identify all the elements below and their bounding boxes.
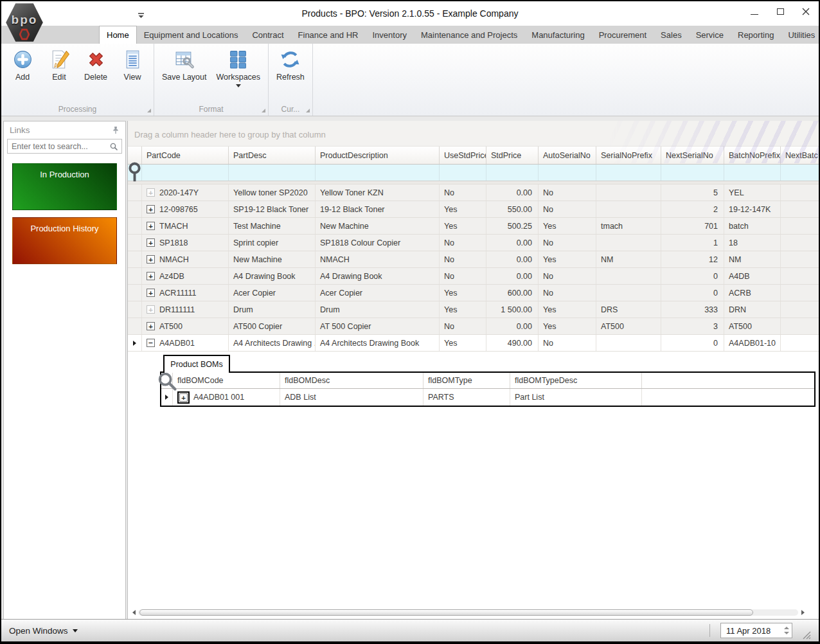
column-header-serialnoprefix[interactable]: SerialNoPrefix [596, 147, 661, 164]
tab-finance-and-hr[interactable]: Finance and HR [291, 26, 366, 44]
tab-product-boms[interactable]: Product BOMs [163, 355, 230, 373]
scroll-right-icon[interactable] [799, 609, 806, 616]
cell-stdprice: 0.00 [486, 268, 539, 284]
cell-autoserialno: Yes [539, 318, 596, 334]
ribbon-button-add[interactable]: Add [6, 48, 39, 83]
column-header-productdescription[interactable]: ProductDescription [316, 147, 440, 164]
tab-reporting[interactable]: Reporting [731, 26, 781, 44]
group-by-panel[interactable]: Drag a column header here to group by th… [128, 121, 819, 147]
spinner-up-icon[interactable] [784, 627, 789, 629]
table-row[interactable]: +2020-147YYellow toner SP2020Yellow Tone… [128, 184, 819, 201]
bom-column-header-fldbomtypedesc[interactable]: fldBOMTypeDesc [510, 373, 642, 388]
cell-partcode: +NMACH [142, 251, 229, 267]
tab-sales[interactable]: Sales [654, 26, 689, 44]
expand-row-icon[interactable]: + [179, 393, 188, 402]
table-row[interactable]: +TMACHTest MachineNew MachineYes500.25Ye… [128, 218, 819, 235]
cell-serialnoprefix: AT500 [596, 318, 661, 334]
collapse-row-icon[interactable]: − [147, 339, 155, 347]
column-header-batchnoprefix[interactable]: BatchNoPrefix [724, 147, 781, 164]
column-header-nextserialno[interactable]: NextSerialNo [661, 147, 724, 164]
bom-column-header-fldbomcode[interactable]: fldBOMCode [173, 373, 280, 388]
table-row[interactable]: +12-098765SP19-12 Black Toner19-12 Black… [128, 201, 819, 218]
table-row[interactable]: +DR111111DrumDrumYes1 500.00YesDRS333DRN [128, 301, 819, 318]
ribbon-button-workspaces[interactable]: Workspaces [214, 48, 263, 89]
maximize-button[interactable] [775, 6, 785, 17]
filter-cell-nextbatchno[interactable] [781, 165, 819, 181]
cell-partcode: +2020-147Y [142, 184, 229, 201]
tab-home[interactable]: Home [99, 26, 137, 44]
part-code-text: A4ADB01 [159, 339, 195, 348]
open-windows-dropdown[interactable]: Open Windows [9, 626, 78, 636]
group-dialog-launcher-icon[interactable] [306, 109, 310, 112]
filter-cell-productdescription[interactable] [316, 165, 440, 181]
filter-cell-usestdprice[interactable] [440, 165, 486, 181]
expand-row-icon[interactable]: + [147, 255, 155, 264]
link-button-in-production[interactable]: In Production [12, 163, 117, 210]
cell-nextbatchno [781, 268, 819, 284]
date-editor[interactable]: 11 Apr 2018 [720, 623, 792, 638]
column-header-partcode[interactable]: PartCode [142, 147, 229, 164]
ribbon-button-view[interactable]: View [116, 48, 148, 83]
expand-row-icon[interactable]: + [147, 222, 155, 230]
table-row[interactable]: +AT500AT500 CopierAT 500 CopierNo0.00Yes… [128, 318, 819, 335]
column-header-stdprice[interactable]: StdPrice [486, 147, 539, 164]
minimize-button[interactable] [749, 6, 760, 17]
row-indicator [128, 235, 142, 251]
tab-contract[interactable]: Contract [245, 26, 290, 44]
filter-cell-stdprice[interactable] [486, 165, 539, 181]
expand-row-icon[interactable]: + [147, 272, 155, 280]
filter-cell-serialnoprefix[interactable] [596, 165, 661, 181]
tab-maintenance-and-projects[interactable]: Maintenance and Projects [414, 26, 524, 44]
tab-equipment-and-locations[interactable]: Equipment and Locations [137, 26, 245, 44]
pin-icon[interactable] [112, 126, 120, 134]
filter-cell-autoserialno[interactable] [539, 165, 596, 181]
bom-column-header-fldbomdesc[interactable]: fldBOMDesc [280, 373, 423, 388]
ribbon-button-edit[interactable]: Edit [43, 48, 75, 83]
focused-expand-box[interactable]: + [177, 391, 190, 404]
tab-service[interactable]: Service [689, 26, 731, 44]
ribbon-button-delete[interactable]: Delete [80, 48, 112, 83]
tab-procurement[interactable]: Procurement [592, 26, 654, 44]
filter-cell-batchnoprefix[interactable] [724, 165, 781, 181]
expand-row-icon[interactable]: + [147, 205, 155, 213]
column-header-autoserialno[interactable]: AutoSerialNo [539, 147, 596, 164]
table-row[interactable]: +NMACHNew MachineNMACHNo0.00YesNM12NM [128, 251, 819, 268]
cell-usestdprice: No [440, 184, 486, 201]
filter-cell-partdesc[interactable] [229, 165, 316, 181]
table-row[interactable]: −A4ADB01A4 Architects Drawing ...A4 Arch… [128, 335, 819, 352]
expand-row-icon[interactable]: + [147, 188, 155, 197]
scrollbar-track[interactable] [138, 609, 798, 616]
ribbon-button-save-layout[interactable]: Save Layout [159, 48, 209, 83]
expand-row-icon[interactable]: + [147, 289, 155, 297]
table-row[interactable]: +ACR11111Acer CopierAcer CopierYes600.00… [128, 285, 819, 301]
search-input[interactable] [8, 141, 109, 152]
tab-manufacturing[interactable]: Manufacturing [524, 26, 591, 44]
bom-cell-fldbomcode: +A4ADB01 001 [173, 389, 280, 406]
content: Links In ProductionProduction History Dr… [1, 116, 819, 619]
table-row[interactable]: +SP1818Sprint copierSP1818 Colour Copier… [128, 235, 819, 251]
column-header-nextbatchno[interactable]: NextBatc [781, 147, 819, 164]
filter-cell-partcode[interactable] [142, 165, 229, 181]
date-spinner[interactable] [781, 623, 792, 638]
column-header-partdesc[interactable]: PartDesc [229, 147, 316, 164]
group-dialog-launcher-icon[interactable] [147, 109, 151, 112]
tab-inventory[interactable]: Inventory [366, 26, 414, 44]
bom-column-header-fldbomtype[interactable]: fldBOMType [423, 373, 510, 388]
resize-grip-icon[interactable] [803, 631, 811, 641]
link-button-production-history[interactable]: Production History [12, 217, 117, 264]
expand-row-icon[interactable]: + [147, 305, 155, 314]
expand-row-icon[interactable]: + [147, 238, 155, 247]
close-button[interactable] [801, 6, 811, 17]
expand-row-icon[interactable]: + [147, 322, 155, 330]
table-row[interactable]: +Az4DBA4 Drawing BookA4 Drawing BookNo0.… [128, 268, 819, 285]
filter-cell-nextserialno[interactable] [661, 165, 724, 181]
spinner-down-icon[interactable] [784, 632, 789, 634]
tab-utilities[interactable]: Utilities [781, 26, 820, 44]
group-dialog-launcher-icon[interactable] [262, 109, 265, 112]
column-header-usestdprice[interactable]: UseStdPrice [440, 147, 486, 164]
ribbon-button-refresh[interactable]: Refresh [274, 48, 307, 83]
cell-nextbatchno [781, 285, 819, 301]
bom-row[interactable]: +A4ADB01 001ADB ListPARTSPart List [161, 389, 814, 406]
scrollbar-thumb[interactable] [139, 609, 753, 616]
scroll-left-icon[interactable] [130, 609, 137, 616]
